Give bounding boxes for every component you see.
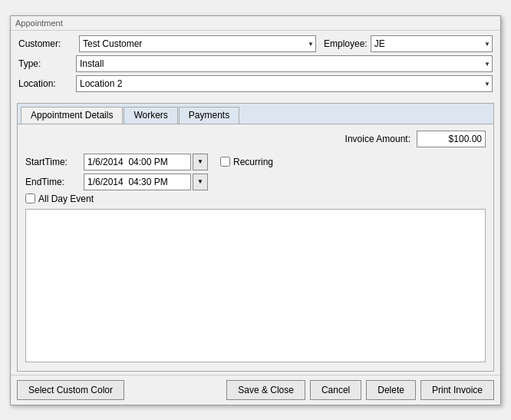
customer-employee-cols: Customer: Test Customer Employee: JE [18,35,493,52]
invoice-amount-label: Invoice Amount: [345,134,410,144]
tab-strip: Appointment Details Workers Payments [18,104,493,124]
customer-select[interactable]: Test Customer [79,35,316,52]
start-time-input-wrap: ▼ [84,154,208,170]
all-day-checkbox[interactable] [25,193,35,203]
type-select[interactable]: Install [76,55,493,72]
customer-row: Customer: Test Customer Employee: JE [18,35,493,52]
employee-select-wrap[interactable]: JE [371,35,493,52]
type-row: Type: Install [18,55,493,72]
recurring-wrap: Recurring [220,157,273,167]
notes-textarea[interactable] [25,209,486,362]
end-time-label: EndTime: [25,177,79,187]
bottom-right-buttons: Save & Close Cancel Delete Print Invoice [226,380,494,400]
start-time-dropdown-btn[interactable]: ▼ [193,154,208,170]
bottom-bar: Select Custom Color Save & Close Cancel … [11,375,500,405]
tab-content-appointment-details: Invoice Amount: StartTime: ▼ Recurring E… [18,124,493,371]
invoice-amount-input[interactable] [417,131,486,147]
end-time-input-wrap: ▼ [84,174,208,190]
select-custom-color-button[interactable]: Select Custom Color [17,380,124,400]
tab-payments[interactable]: Payments [179,107,239,124]
location-select[interactable]: Location 2 [76,75,493,92]
recurring-checkbox[interactable] [220,157,230,167]
tab-workers[interactable]: Workers [124,107,177,124]
delete-button[interactable]: Delete [366,380,416,400]
location-select-wrap[interactable]: Location 2 [76,75,493,92]
cancel-button[interactable]: Cancel [310,380,361,400]
employee-col: Employee: JE [324,35,493,52]
type-label: Type: [18,58,76,69]
start-time-label: StartTime: [25,157,79,167]
all-day-row: All Day Event [25,193,486,204]
recurring-label: Recurring [233,157,273,167]
customer-select-wrap[interactable]: Test Customer [79,35,316,52]
end-time-row: EndTime: ▼ [25,174,486,190]
title-bar: Appointment [11,16,500,31]
tabs-area: Appointment Details Workers Payments Inv… [17,103,494,372]
start-time-row: StartTime: ▼ Recurring [25,154,486,170]
tab-appointment-details[interactable]: Appointment Details [21,107,123,124]
window-title: Appointment [15,18,63,28]
employee-label: Employee: [324,38,368,49]
start-time-input[interactable] [84,154,191,170]
end-time-dropdown-btn[interactable]: ▼ [193,174,208,190]
type-select-wrap[interactable]: Install [76,55,493,72]
employee-select[interactable]: JE [371,35,493,52]
customer-label: Customer: [18,38,76,49]
form-section: Customer: Test Customer Employee: JE [11,31,500,100]
appointment-window: Appointment Customer: Test Customer Empl… [10,15,501,405]
invoice-amount-row: Invoice Amount: [25,131,486,147]
print-invoice-button[interactable]: Print Invoice [420,380,494,400]
all-day-label: All Day Event [38,193,94,204]
save-close-button[interactable]: Save & Close [226,380,305,400]
location-row: Location: Location 2 [18,75,493,92]
end-time-input[interactable] [84,174,191,190]
customer-col: Customer: Test Customer [18,35,316,52]
location-label: Location: [18,78,76,89]
